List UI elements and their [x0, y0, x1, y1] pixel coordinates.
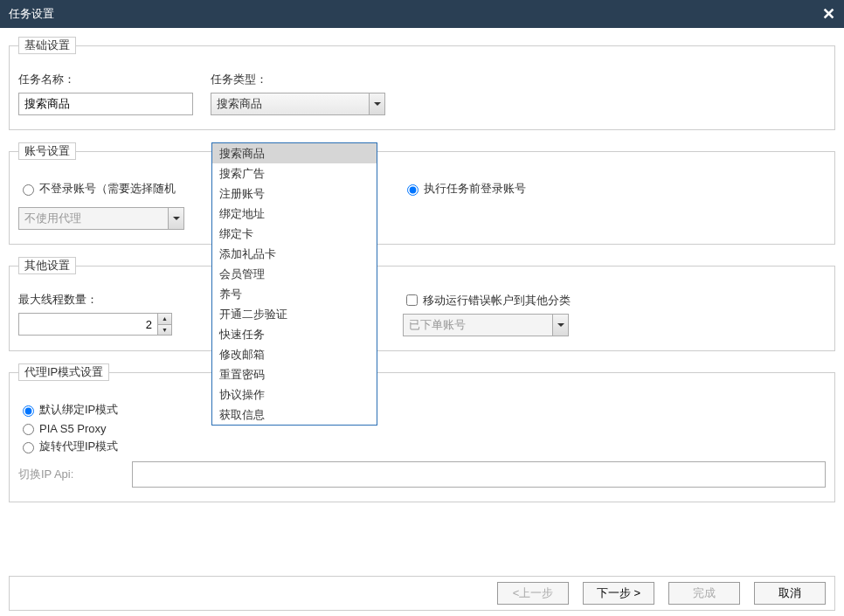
- max-threads-spinbox[interactable]: ▲ ▼: [18, 313, 172, 336]
- radio-rotate-label: 旋转代理IP模式: [39, 439, 118, 454]
- radio-no-login[interactable]: [23, 184, 34, 196]
- cancel-button[interactable]: 取消: [754, 582, 826, 605]
- task-name-label: 任务名称：: [18, 72, 202, 87]
- chevron-down-icon[interactable]: [369, 93, 384, 114]
- radio-no-login-label: 不登录账号（需要选择随机: [39, 181, 176, 197]
- task-type-option[interactable]: 搜索商品: [212, 143, 377, 163]
- radio-login-before-label: 执行任务前登录账号: [424, 181, 526, 197]
- task-type-combo[interactable]: 搜索商品: [211, 93, 385, 115]
- task-type-option[interactable]: 会员管理: [212, 264, 377, 284]
- task-type-option[interactable]: 获取信息: [212, 405, 377, 425]
- task-type-dropdown[interactable]: 搜索商品搜索广告注册账号绑定地址绑定卡添加礼品卡会员管理养号开通二步验证快速任务…: [211, 142, 377, 426]
- dialog-title: 任务设置: [9, 6, 822, 22]
- finish-button[interactable]: 完成: [668, 582, 740, 605]
- fieldset-basic: 基础设置 任务名称： 任务类型： 搜索商品: [9, 37, 835, 130]
- proxy-combo-text: 不使用代理: [19, 208, 168, 229]
- titlebar: 任务设置 ✕: [0, 0, 844, 28]
- chevron-down-icon[interactable]: [552, 315, 568, 336]
- task-type-option[interactable]: 绑定地址: [212, 204, 377, 224]
- switch-ip-api-label: 切换IP Api:: [18, 467, 132, 482]
- legend-other: 其他设置: [18, 257, 76, 274]
- task-type-option[interactable]: 协议操作: [212, 384, 377, 405]
- radio-pia-s5-label: PIA S5 Proxy: [39, 422, 107, 435]
- prev-button[interactable]: <上一步: [497, 582, 569, 605]
- task-type-option[interactable]: 重置密码: [212, 364, 377, 384]
- fieldset-account: 账号设置 不登录账号（需要选择随机 执行任务前登录账号 不使用代理: [9, 142, 835, 245]
- legend-basic: 基础设置: [18, 37, 76, 54]
- task-type-option[interactable]: 养号: [212, 284, 377, 304]
- spin-down-icon[interactable]: ▼: [158, 325, 171, 336]
- fieldset-proxy: 代理IP模式设置 默认绑定IP模式 PIA S5 Proxy 旋转代理IP模式 …: [9, 363, 835, 502]
- legend-proxy: 代理IP模式设置: [18, 363, 109, 381]
- radio-rotate[interactable]: [23, 442, 34, 453]
- task-type-option[interactable]: 快速任务: [212, 324, 377, 344]
- task-type-option[interactable]: 搜索广告: [212, 163, 377, 183]
- next-button[interactable]: 下一步 >: [583, 582, 654, 605]
- task-type-combo-text: 搜索商品: [211, 93, 369, 114]
- task-name-input[interactable]: [18, 93, 193, 115]
- spin-up-icon[interactable]: ▲: [158, 314, 171, 325]
- close-icon[interactable]: ✕: [822, 4, 835, 24]
- task-type-label: 任务类型：: [211, 72, 394, 87]
- proxy-combo[interactable]: 不使用代理: [18, 207, 184, 230]
- max-threads-input[interactable]: [18, 313, 158, 336]
- chevron-down-icon[interactable]: [168, 208, 183, 229]
- radio-pia-s5[interactable]: [23, 424, 34, 435]
- legend-account: 账号设置: [18, 142, 76, 160]
- ordered-account-combo[interactable]: 已下单账号: [403, 314, 569, 336]
- footer-bar: <上一步 下一步 > 完成 取消: [9, 576, 835, 611]
- move-error-label: 移动运行错误帐户到其他分类: [423, 293, 571, 308]
- task-type-option[interactable]: 修改邮箱: [212, 344, 377, 364]
- radio-login-before[interactable]: [407, 184, 419, 196]
- radio-default-bind[interactable]: [23, 405, 34, 417]
- task-type-option[interactable]: 绑定卡: [212, 224, 377, 244]
- task-type-option[interactable]: 添加礼品卡: [212, 244, 377, 264]
- fieldset-other: 其他设置 最大线程数量： ▲ ▼ 移动运行错误帐户到其他分类: [9, 257, 835, 351]
- task-type-option[interactable]: 注册账号: [212, 183, 377, 204]
- switch-ip-api-input[interactable]: [132, 461, 826, 488]
- ordered-account-combo-text: 已下单账号: [404, 315, 552, 336]
- move-error-checkbox[interactable]: [406, 294, 418, 306]
- task-type-option[interactable]: 开通二步验证: [212, 304, 377, 324]
- radio-default-bind-label: 默认绑定IP模式: [39, 402, 118, 418]
- max-threads-label: 最大线程数量：: [18, 292, 202, 308]
